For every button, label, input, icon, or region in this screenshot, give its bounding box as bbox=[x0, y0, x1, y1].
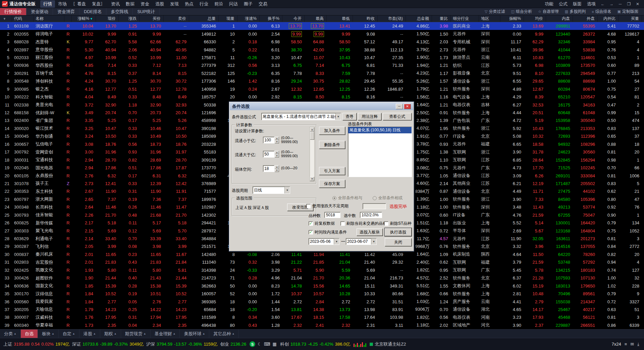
condition-listbox[interactable]: 尾盘量化系 (100,50,18) 日线 bbox=[348, 127, 412, 177]
col-header-flag[interactable] bbox=[64, 15, 72, 22]
titlebar-menu-0[interactable]: 功能 bbox=[542, 0, 556, 8]
menu-item-8[interactable]: 发现 bbox=[167, 0, 182, 8]
col-header-amplitude[interactable]: 振幅% bbox=[500, 15, 524, 22]
menu-item-5[interactable]: 数据 bbox=[123, 0, 138, 8]
menu-item-1[interactable]: 市场 bbox=[55, 0, 70, 8]
table-row[interactable]: 39600340华夏幸福R1.732.350.042.342.354964388… bbox=[0, 321, 644, 329]
forward-icon[interactable]: → bbox=[607, 1, 616, 7]
toolbar-tool-3[interactable]: ▥多股同列 bbox=[562, 9, 589, 14]
col-header-open[interactable]: 今开 bbox=[282, 15, 305, 22]
circ-greater-spinner[interactable]: 50 ▲▼ bbox=[263, 151, 279, 158]
period-select[interactable]: 日线 ▼ bbox=[253, 186, 290, 194]
col-header-bid-vol[interactable]: 买量 bbox=[619, 15, 642, 22]
chevron-down-icon[interactable]: ▼ bbox=[335, 113, 341, 120]
close-button[interactable]: 关闭 bbox=[385, 238, 412, 246]
add-condition-button[interactable]: 加入条件 bbox=[319, 127, 345, 135]
titlebar-menu-1[interactable]: 公式 bbox=[556, 0, 570, 8]
formula-select[interactable]: 尾盘量化系 - 1.流通市值可自己调节 2.箱体空间( ▼ bbox=[261, 113, 341, 120]
footer-tab-5[interactable]: 期权▲ bbox=[100, 330, 121, 338]
usage-notes-button[interactable]: 用法注释 bbox=[358, 113, 381, 120]
date-from-select[interactable]: 2023-05-06 ▼ bbox=[309, 238, 339, 245]
scroll-up-icon[interactable]: ▲ bbox=[310, 127, 314, 132]
menu-item-13[interactable]: 圈子 bbox=[241, 0, 256, 8]
col-header-inner-vol[interactable]: 内盘 bbox=[546, 15, 573, 22]
col-header-change[interactable]: 涨跌 bbox=[119, 15, 140, 22]
table-row[interactable]: 3688028杰普特K9.7762.705.5862.6662.79663302… bbox=[0, 38, 644, 46]
chevron-down-icon[interactable]: ▼ bbox=[371, 238, 376, 245]
footer-tab-3[interactable]: 自定▲ bbox=[59, 330, 79, 338]
table-row[interactable]: 4002897意华股份R5.3040.942.0640.9440.9594882… bbox=[0, 46, 644, 53]
import-plan-button[interactable]: 引入方案 bbox=[319, 167, 345, 175]
footer-tab-7[interactable]: 基金理财▲ bbox=[151, 330, 180, 338]
table-row[interactable]: 2002055得润电子R10.029.990.919.99--149812100… bbox=[0, 30, 644, 38]
delete-condition-button[interactable]: 删除条件 bbox=[319, 141, 345, 149]
status-index-0[interactable]: 上证3195.880.540.02%1974亿 bbox=[3, 341, 69, 347]
menu-item-10[interactable]: 行业 bbox=[197, 0, 211, 8]
menu-item-0[interactable]: 行情 bbox=[40, 0, 55, 8]
minimize-icon[interactable]: ─ bbox=[616, 1, 625, 7]
footer-tab-1[interactable]: 自选 bbox=[21, 330, 38, 338]
col-header-amount[interactable]: 总金额 bbox=[406, 15, 432, 22]
titlebar-menu-3[interactable]: 选项 bbox=[584, 0, 598, 8]
query-button[interactable]: 查寻 bbox=[342, 113, 357, 120]
table-row[interactable]: 36000560我爱我家R1.842.770.052.762.773693851… bbox=[0, 298, 644, 305]
footer-tab-6[interactable]: 期货现货▲ bbox=[121, 330, 151, 338]
toolbar-tool-0[interactable]: ▽分类过滤 bbox=[482, 9, 508, 14]
download-icon[interactable]: ⤓ bbox=[637, 342, 639, 347]
toolbar-tool-4[interactable]: ≡综合排名 bbox=[589, 9, 614, 14]
footer-tab-4[interactable]: 港股▲ bbox=[79, 330, 100, 338]
col-header-in-out-ratio[interactable]: 内外比 bbox=[598, 15, 619, 22]
table-row[interactable]: 31002803吉宏股份R2.0121.830.4321.8321.841110… bbox=[0, 258, 644, 266]
params-scrollbar[interactable]: ▲ ▼ bbox=[310, 127, 315, 181]
close-icon[interactable]: ✕ bbox=[633, 1, 642, 7]
menu-item-12[interactable]: 问达 bbox=[226, 0, 241, 8]
table-row[interactable]: 30000837秦川机床R2.0111.650.2311.6511.671424… bbox=[0, 251, 644, 258]
titlebar-menu-2[interactable]: 版面 bbox=[570, 0, 584, 8]
footer-tab-0[interactable]: 分类▲ bbox=[0, 330, 21, 338]
tdx-logo-icon[interactable]: S bbox=[250, 341, 255, 347]
menu-icon[interactable]: ≡ bbox=[625, 342, 627, 347]
footer-tab-9[interactable]: 其它品种▲ bbox=[209, 330, 239, 338]
param-value[interactable]: 18 bbox=[263, 165, 274, 172]
spinner-arrows-icon[interactable]: ▲▼ bbox=[275, 137, 279, 143]
view-formula-button[interactable]: 查看公式 bbox=[383, 113, 412, 120]
col-header-industry[interactable]: 细分行业 bbox=[451, 15, 479, 22]
col-header-price[interactable]: 现价 bbox=[96, 15, 119, 22]
status-index-3[interactable]: 创业2136.26 bbox=[220, 341, 246, 347]
table-row[interactable]: 38300007汉威科技R1.7617.950.3117.9417.951015… bbox=[0, 313, 644, 321]
col-header-change-pct[interactable]: 涨幅%▼ bbox=[72, 15, 96, 22]
circ-less-spinner[interactable]: 100 ▲▼ bbox=[263, 137, 279, 143]
status-index-4[interactable]: 科创1018.73-4.25-0.42%386.0亿 bbox=[280, 341, 350, 347]
execute-pick-button[interactable]: 执行选股 bbox=[385, 228, 412, 236]
table-row[interactable]: 10300222科大智能R4.048.490.338.488.491857572… bbox=[0, 93, 644, 101]
spinner-arrows-icon[interactable]: ▲▼ bbox=[275, 165, 279, 172]
scroll-thumb[interactable] bbox=[310, 132, 314, 140]
scroll-down-icon[interactable]: ▼ bbox=[310, 177, 314, 181]
menu-item-2[interactable]: 〖看盘 bbox=[70, 0, 89, 8]
table-row[interactable]: 5002033丽江股份R4.9710.990.5210.9911.0017587… bbox=[0, 54, 644, 61]
col-header-speed[interactable]: 涨速% bbox=[237, 15, 260, 22]
maximize-icon[interactable]: ❐ bbox=[625, 1, 633, 7]
dialog-title-bar[interactable]: 条件选股 ─ ✕ bbox=[230, 102, 413, 110]
col-header-code[interactable]: 代码 bbox=[12, 15, 34, 22]
toolbar-tool-2[interactable]: ☆自选管理 bbox=[535, 9, 562, 14]
back-icon[interactable]: ← bbox=[598, 1, 607, 7]
col-header-region[interactable]: 地区 bbox=[479, 15, 500, 22]
table-row[interactable]: 8300548博创科技R4.2430.701.2530.7030.7217730… bbox=[0, 77, 644, 85]
table-row[interactable]: 34600636国新文化R1.8515.390.2815.3815.393626… bbox=[0, 282, 644, 290]
status-index-2[interactable]: 沪深3794.59-13.57-0.36%1159亿 bbox=[146, 341, 217, 347]
dialog-close-icon[interactable]: ✕ bbox=[404, 104, 411, 109]
toolbar-tab-1[interactable]: 资金驱动 bbox=[26, 8, 53, 15]
col-header-avg-price[interactable]: 均价 bbox=[524, 15, 546, 22]
table-row[interactable]: 9300085银之杰R4.1612.770.5112.7712.78140958… bbox=[0, 85, 644, 93]
chevron-down-icon[interactable]: ▼ bbox=[284, 187, 290, 193]
col-header-prev-close[interactable]: 昨收 bbox=[353, 15, 378, 22]
menu-item-3[interactable]: 复盘〗 bbox=[89, 0, 108, 8]
condition-item[interactable]: 尾盘量化系 (100,50,18) 日线 bbox=[348, 127, 412, 133]
table-row[interactable]: 35300170汉得信息R1.8410.520.1910.5110.521600… bbox=[0, 290, 644, 298]
col-header-high[interactable]: 最高 bbox=[305, 15, 327, 22]
col-header-volume-ratio[interactable]: 量比 bbox=[432, 15, 451, 22]
footer-tab-8[interactable]: 美股环球▲ bbox=[180, 330, 209, 338]
toolbar-tool-1[interactable]: ◫组合分析 bbox=[508, 9, 535, 14]
grid-icon[interactable]: ▦ bbox=[273, 342, 277, 347]
